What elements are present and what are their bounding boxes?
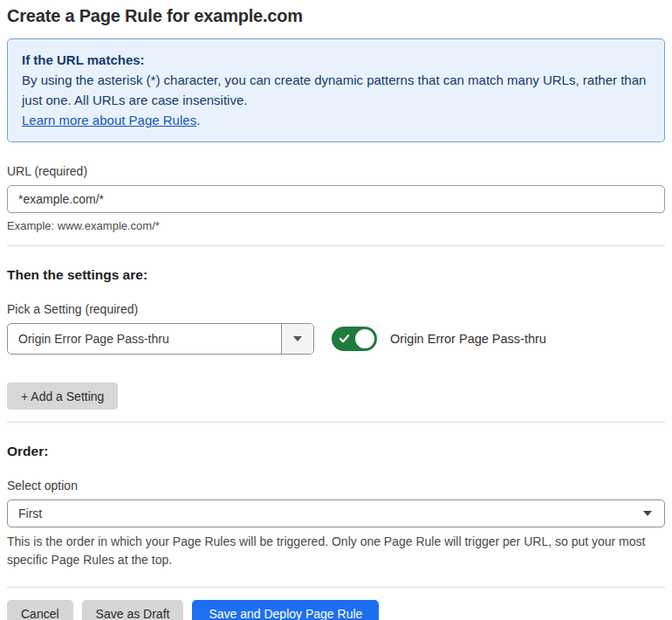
save-and-deploy-button[interactable]: Save and Deploy Page Rule — [192, 600, 379, 620]
url-field-label: URL (required) — [7, 164, 665, 178]
toggle-label: Origin Error Page Pass-thru — [390, 332, 546, 346]
section-divider — [7, 422, 665, 423]
settings-section-heading: Then the settings are: — [7, 267, 665, 283]
setting-dropdown-value: Origin Error Page Pass-thru — [8, 324, 281, 354]
pick-setting-label: Pick a Setting (required) — [7, 302, 665, 316]
footer-actions: Cancel Save as Draft Save and Deploy Pag… — [7, 600, 665, 620]
setting-dropdown[interactable]: Origin Error Page Pass-thru — [7, 323, 314, 355]
setting-dropdown-caret-button[interactable] — [281, 324, 313, 354]
link-suffix: . — [196, 113, 200, 127]
learn-more-link[interactable]: Learn more about Page Rules — [22, 113, 196, 127]
order-section-heading: Order: — [7, 444, 665, 459]
toggle-knob — [355, 329, 374, 348]
create-page-rule-form: Create a Page Rule for example.com If th… — [0, 6, 672, 620]
order-helper-text: This is the order in which your Page Rul… — [7, 533, 663, 569]
section-divider — [7, 245, 665, 246]
order-select-label: Select option — [7, 479, 665, 493]
cancel-button[interactable]: Cancel — [7, 600, 73, 620]
save-as-draft-button[interactable]: Save as Draft — [82, 600, 184, 620]
info-box-body: By using the asterisk (*) character, you… — [22, 70, 650, 110]
info-box-heading: If the URL matches: — [22, 50, 650, 70]
origin-error-toggle[interactable] — [332, 327, 377, 351]
url-match-info-box: If the URL matches: By using the asteris… — [7, 38, 665, 142]
url-input[interactable] — [7, 185, 665, 213]
page-title: Create a Page Rule for example.com — [7, 6, 665, 26]
check-icon — [339, 333, 350, 344]
chevron-down-icon — [293, 336, 302, 341]
setting-row: Origin Error Page Pass-thru Origin Error… — [7, 323, 665, 355]
url-example-helper: Example: www.example.com/* — [7, 219, 665, 232]
footer-divider — [7, 587, 665, 588]
add-setting-button[interactable]: + Add a Setting — [7, 382, 118, 410]
order-select-value: First — [18, 506, 42, 520]
info-box-link-line: Learn more about Page Rules. — [22, 110, 650, 130]
chevron-down-icon — [643, 511, 652, 516]
order-select[interactable]: First — [7, 499, 665, 527]
